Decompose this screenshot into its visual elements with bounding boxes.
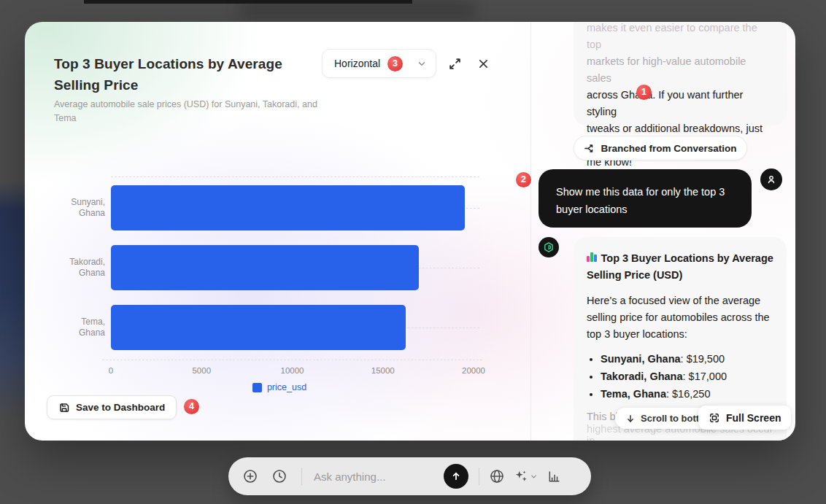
- orientation-dropdown[interactable]: Horizontal 3: [322, 49, 436, 78]
- save-icon: [58, 402, 70, 414]
- chart-subtitle: Average automobile sale prices (USD) for…: [54, 98, 330, 125]
- bar-tema-ghana: [111, 305, 406, 350]
- assistant-heading: Top 3 Buyer Locations by Average Selling…: [587, 250, 773, 284]
- send-button[interactable]: [444, 464, 468, 489]
- chevron-down-icon: [417, 58, 427, 69]
- save-button-label: Save to Dashboard: [76, 402, 165, 413]
- chevron-down-icon[interactable]: [530, 473, 538, 481]
- message-line: markets for high-value automobile sales: [587, 53, 773, 87]
- price-bullet: Sunyani, Ghana: $19,500: [601, 350, 773, 368]
- y-axis-label: Takoradi,Ghana: [61, 257, 105, 279]
- save-to-dashboard-button[interactable]: Save to Dashboard: [47, 395, 177, 419]
- branch-chip-label: Branched from Conversation: [601, 143, 736, 154]
- legend-label: price_usd: [267, 382, 306, 392]
- divider: [301, 468, 302, 485]
- message-line: makes it even easier to compare the top: [587, 22, 773, 53]
- chart-title: Top 3 Buyer Locations by Average Selling…: [54, 53, 331, 96]
- chart-icon[interactable]: [547, 470, 561, 484]
- arrow-down-icon: [625, 414, 636, 424]
- expand-icon[interactable]: [449, 58, 461, 70]
- x-axis-line: [102, 360, 482, 360]
- x-tick-label: 20000: [450, 366, 497, 375]
- gridline: [111, 177, 479, 177]
- user-message: Show me this data for only the top 3 buy…: [539, 169, 752, 228]
- message-line: across Ghana. If you want further stylin…: [587, 87, 773, 120]
- annotation-badge-4: 4: [184, 399, 199, 414]
- orientation-value: Horizontal: [334, 58, 380, 69]
- background-smudge: [241, 0, 474, 19]
- y-axis-label: Sunyani,Ghana: [61, 197, 105, 219]
- x-tick-label: 0: [88, 366, 134, 375]
- legend-swatch: [252, 383, 262, 392]
- fullscreen-icon: [709, 412, 720, 424]
- full-screen-label: Full Screen: [726, 412, 781, 424]
- bar-takoradi-ghana: [111, 245, 419, 290]
- history-clock-icon[interactable]: [272, 469, 287, 484]
- x-tick-label: 10000: [269, 366, 316, 375]
- annotation-badge-1: 1: [636, 85, 652, 100]
- annotation-badge-3: 3: [387, 56, 403, 71]
- bar-chart-emoji: [587, 252, 597, 262]
- close-icon[interactable]: [478, 58, 489, 69]
- add-icon[interactable]: [243, 469, 258, 484]
- y-axis-label: Tema,Ghana: [61, 317, 105, 338]
- composer-bar: [228, 457, 591, 495]
- divider: [479, 468, 479, 485]
- background-sidebar-remnant: [0, 181, 25, 429]
- bar-sunyani-ghana: [111, 185, 465, 230]
- globe-icon[interactable]: [490, 469, 504, 484]
- user-avatar: [760, 168, 782, 190]
- branched-from-conversation-chip[interactable]: Branched from Conversation: [574, 136, 747, 160]
- screen: Top 3 Buyer Locations by Average Selling…: [0, 0, 826, 504]
- bar-chart: Sunyani,GhanaTakoradi,GhanaTema,Ghana050…: [66, 172, 493, 400]
- assistant-previous-message: makes it even easier to compare the top …: [574, 22, 787, 125]
- annotation-badge-2: 2: [516, 172, 531, 187]
- x-tick-label: 5000: [178, 366, 225, 375]
- panel-divider: [530, 22, 531, 441]
- assistant-avatar: [539, 237, 559, 257]
- price-bullet: Tema, Ghana: $16,250: [601, 385, 773, 403]
- chart-branch-modal: Top 3 Buyer Locations by Average Selling…: [25, 22, 795, 441]
- price-bullet-list: Sunyani, Ghana: $19,500Takoradi, Ghana: …: [587, 350, 773, 403]
- x-tick-label: 15000: [360, 366, 406, 375]
- sparkles-icon[interactable]: [514, 469, 528, 484]
- full-screen-button[interactable]: Full Screen: [698, 406, 791, 430]
- branch-icon: [584, 143, 595, 154]
- assistant-intro: Here's a focused view of the average sel…: [587, 292, 773, 343]
- legend-item-price-usd[interactable]: price_usd: [66, 382, 493, 392]
- price-bullet: Takoradi, Ghana: $17,000: [601, 368, 773, 385]
- ask-input[interactable]: [312, 470, 444, 484]
